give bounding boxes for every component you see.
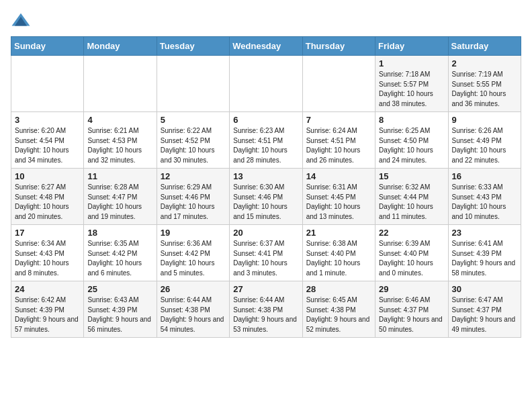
day-number: 3 <box>15 115 80 125</box>
day-number: 13 <box>233 171 298 181</box>
calendar-cell: 30Sunrise: 6:47 AM Sunset: 4:37 PM Dayli… <box>448 281 521 338</box>
logo <box>11 11 34 31</box>
day-number: 7 <box>306 115 371 125</box>
day-number: 11 <box>87 171 152 181</box>
calendar-cell: 10Sunrise: 6:27 AM Sunset: 4:48 PM Dayli… <box>11 169 84 225</box>
calendar-week-1: 1Sunrise: 7:18 AM Sunset: 5:57 PM Daylig… <box>11 56 521 112</box>
calendar-table: SundayMondayTuesdayWednesdayThursdayFrid… <box>11 36 521 338</box>
day-info: Sunrise: 6:24 AM Sunset: 4:51 PM Dayligh… <box>306 126 371 165</box>
day-number: 8 <box>379 115 444 125</box>
calendar-cell: 21Sunrise: 6:38 AM Sunset: 4:40 PM Dayli… <box>302 225 375 281</box>
header-monday: Monday <box>84 37 157 56</box>
day-info: Sunrise: 6:27 AM Sunset: 4:48 PM Dayligh… <box>15 183 80 222</box>
calendar-cell: 14Sunrise: 6:31 AM Sunset: 4:45 PM Dayli… <box>302 169 375 225</box>
day-info: Sunrise: 6:32 AM Sunset: 4:44 PM Dayligh… <box>379 183 444 222</box>
calendar-header-row: SundayMondayTuesdayWednesdayThursdayFrid… <box>11 37 521 56</box>
header-friday: Friday <box>375 37 448 56</box>
day-number: 20 <box>233 228 298 238</box>
day-info: Sunrise: 6:29 AM Sunset: 4:46 PM Dayligh… <box>161 183 226 222</box>
calendar-cell: 13Sunrise: 6:30 AM Sunset: 4:46 PM Dayli… <box>230 169 302 225</box>
day-number: 19 <box>161 228 226 238</box>
day-info: Sunrise: 6:23 AM Sunset: 4:51 PM Dayligh… <box>233 126 298 165</box>
day-number: 1 <box>379 58 444 68</box>
header-sunday: Sunday <box>11 37 84 56</box>
calendar-cell: 24Sunrise: 6:42 AM Sunset: 4:39 PM Dayli… <box>11 281 84 338</box>
day-info: Sunrise: 6:42 AM Sunset: 4:39 PM Dayligh… <box>15 295 80 334</box>
day-info: Sunrise: 6:44 AM Sunset: 4:38 PM Dayligh… <box>161 295 226 334</box>
day-number: 28 <box>306 284 371 294</box>
day-info: Sunrise: 6:45 AM Sunset: 4:38 PM Dayligh… <box>306 295 371 334</box>
day-number: 9 <box>452 115 517 125</box>
calendar-cell: 20Sunrise: 6:37 AM Sunset: 4:41 PM Dayli… <box>230 225 302 281</box>
day-number: 26 <box>161 284 226 294</box>
day-info: Sunrise: 6:37 AM Sunset: 4:41 PM Dayligh… <box>233 239 298 278</box>
calendar-cell: 22Sunrise: 6:39 AM Sunset: 4:40 PM Dayli… <box>375 225 448 281</box>
day-number: 5 <box>161 115 226 125</box>
day-info: Sunrise: 6:22 AM Sunset: 4:52 PM Dayligh… <box>161 126 226 165</box>
day-info: Sunrise: 6:25 AM Sunset: 4:50 PM Dayligh… <box>379 126 444 165</box>
calendar-cell: 6Sunrise: 6:23 AM Sunset: 4:51 PM Daylig… <box>230 112 302 169</box>
day-info: Sunrise: 6:38 AM Sunset: 4:40 PM Dayligh… <box>306 239 371 278</box>
day-info: Sunrise: 6:41 AM Sunset: 4:39 PM Dayligh… <box>452 239 517 278</box>
day-number: 17 <box>15 228 80 238</box>
day-number: 21 <box>306 228 371 238</box>
day-number: 27 <box>233 284 298 294</box>
day-info: Sunrise: 6:39 AM Sunset: 4:40 PM Dayligh… <box>379 239 444 278</box>
calendar-cell: 12Sunrise: 6:29 AM Sunset: 4:46 PM Dayli… <box>157 169 229 225</box>
header-tuesday: Tuesday <box>157 37 229 56</box>
day-info: Sunrise: 6:30 AM Sunset: 4:46 PM Dayligh… <box>233 183 298 222</box>
calendar-cell: 5Sunrise: 6:22 AM Sunset: 4:52 PM Daylig… <box>157 112 229 169</box>
calendar-week-4: 17Sunrise: 6:34 AM Sunset: 4:43 PM Dayli… <box>11 225 521 281</box>
day-number: 12 <box>161 171 226 181</box>
calendar-cell <box>157 56 229 112</box>
day-info: Sunrise: 6:36 AM Sunset: 4:42 PM Dayligh… <box>161 239 226 278</box>
day-info: Sunrise: 6:20 AM Sunset: 4:54 PM Dayligh… <box>15 126 80 165</box>
calendar-cell: 19Sunrise: 6:36 AM Sunset: 4:42 PM Dayli… <box>157 225 229 281</box>
calendar-cell: 25Sunrise: 6:43 AM Sunset: 4:39 PM Dayli… <box>84 281 157 338</box>
calendar-cell: 16Sunrise: 6:33 AM Sunset: 4:43 PM Dayli… <box>448 169 521 225</box>
calendar-cell <box>11 56 84 112</box>
calendar-cell: 17Sunrise: 6:34 AM Sunset: 4:43 PM Dayli… <box>11 225 84 281</box>
day-info: Sunrise: 6:21 AM Sunset: 4:53 PM Dayligh… <box>87 126 152 165</box>
day-number: 4 <box>87 115 152 125</box>
logo-icon <box>11 11 31 31</box>
calendar-cell <box>230 56 302 112</box>
calendar-cell: 3Sunrise: 6:20 AM Sunset: 4:54 PM Daylig… <box>11 112 84 169</box>
calendar-cell: 1Sunrise: 7:18 AM Sunset: 5:57 PM Daylig… <box>375 56 448 112</box>
calendar-week-2: 3Sunrise: 6:20 AM Sunset: 4:54 PM Daylig… <box>11 112 521 169</box>
day-number: 15 <box>379 171 444 181</box>
day-info: Sunrise: 6:34 AM Sunset: 4:43 PM Dayligh… <box>15 239 80 278</box>
day-info: Sunrise: 6:26 AM Sunset: 4:49 PM Dayligh… <box>452 126 517 165</box>
day-info: Sunrise: 6:33 AM Sunset: 4:43 PM Dayligh… <box>452 183 517 222</box>
day-number: 30 <box>452 284 517 294</box>
calendar-cell: 4Sunrise: 6:21 AM Sunset: 4:53 PM Daylig… <box>84 112 157 169</box>
page-header <box>11 11 521 31</box>
day-info: Sunrise: 6:46 AM Sunset: 4:37 PM Dayligh… <box>379 295 444 334</box>
calendar-cell: 26Sunrise: 6:44 AM Sunset: 4:38 PM Dayli… <box>157 281 229 338</box>
calendar-cell: 29Sunrise: 6:46 AM Sunset: 4:37 PM Dayli… <box>375 281 448 338</box>
day-info: Sunrise: 6:47 AM Sunset: 4:37 PM Dayligh… <box>452 295 517 334</box>
calendar-cell: 2Sunrise: 7:19 AM Sunset: 5:55 PM Daylig… <box>448 56 521 112</box>
calendar-cell: 8Sunrise: 6:25 AM Sunset: 4:50 PM Daylig… <box>375 112 448 169</box>
calendar-week-5: 24Sunrise: 6:42 AM Sunset: 4:39 PM Dayli… <box>11 281 521 338</box>
calendar-week-3: 10Sunrise: 6:27 AM Sunset: 4:48 PM Dayli… <box>11 169 521 225</box>
day-info: Sunrise: 7:18 AM Sunset: 5:57 PM Dayligh… <box>379 70 444 109</box>
calendar-cell <box>302 56 375 112</box>
day-number: 29 <box>379 284 444 294</box>
day-number: 16 <box>452 171 517 181</box>
day-number: 22 <box>379 228 444 238</box>
calendar-cell: 15Sunrise: 6:32 AM Sunset: 4:44 PM Dayli… <box>375 169 448 225</box>
calendar-cell: 23Sunrise: 6:41 AM Sunset: 4:39 PM Dayli… <box>448 225 521 281</box>
calendar-cell: 27Sunrise: 6:44 AM Sunset: 4:38 PM Dayli… <box>230 281 302 338</box>
day-number: 25 <box>87 284 152 294</box>
calendar-cell: 28Sunrise: 6:45 AM Sunset: 4:38 PM Dayli… <box>302 281 375 338</box>
day-number: 18 <box>87 228 152 238</box>
day-info: Sunrise: 6:31 AM Sunset: 4:45 PM Dayligh… <box>306 183 371 222</box>
header-thursday: Thursday <box>302 37 375 56</box>
day-number: 14 <box>306 171 371 181</box>
calendar-cell: 7Sunrise: 6:24 AM Sunset: 4:51 PM Daylig… <box>302 112 375 169</box>
calendar-cell: 11Sunrise: 6:28 AM Sunset: 4:47 PM Dayli… <box>84 169 157 225</box>
header-saturday: Saturday <box>448 37 521 56</box>
calendar-cell: 18Sunrise: 6:35 AM Sunset: 4:42 PM Dayli… <box>84 225 157 281</box>
day-number: 24 <box>15 284 80 294</box>
